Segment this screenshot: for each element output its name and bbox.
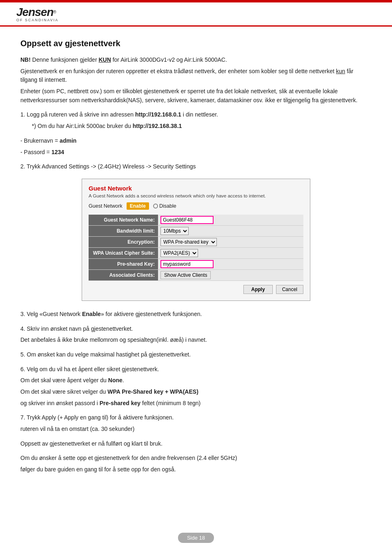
step1-section: 1. Logg på ruteren ved å skrive inn adre… [20,110,372,130]
done-section: Oppsett av gjestenettverket er nå fullfø… [20,439,372,448]
field-label-cipher: WPA Unicast Cipher Suite: [89,247,158,258]
guest-network-name-input[interactable] [160,216,214,224]
disable-label: Disable [159,203,176,209]
form-table: Guest Network Name: Bandwidth limit: 10M… [89,215,303,281]
field-value-name [158,215,303,226]
nb-label: NB! [20,56,31,63]
header: Jensen® OF SCANDINAVIA [0,2,392,27]
field-label-bandwidth: Bandwidth limit: [89,225,158,236]
step3-text: 3. Velg «Guest Network Enable» for aktiv… [20,310,372,319]
apply-button[interactable]: Apply [243,285,272,294]
table-row: Bandwidth limit: 10Mbps [89,225,303,236]
step4-line2: Det anbefales å ikke bruke mellomrom og … [20,336,372,345]
logo: Jensen® OF SCANDINAVIA [16,7,58,22]
field-value-cipher: WPA2(AES) [158,247,303,258]
guest-network-desc: A Guest Network adds a second wireless n… [89,193,303,198]
bandwidth-select[interactable]: 10Mbps [160,227,189,235]
field-label-psk: Pre-shared Key: [89,258,158,269]
cancel-button[interactable]: Cancel [276,285,303,294]
intro-section: NB! Denne funksjonen gjelder KUN for Air… [20,56,372,105]
step6-line1: 6. Velg om du vil ha et åpent eller sikr… [20,365,372,374]
step3-section: 3. Velg «Guest Network Enable» for aktiv… [20,310,372,319]
para2: Enheter (som PC, nettbrett osv.) som er … [20,87,372,105]
step1-text: 1. Logg på ruteren ved å skrive inn adre… [20,110,372,119]
step1-indent: *) Om du har Air:Link 5000ac bruker du h… [20,122,372,131]
step4-section: 4. Skriv inn ønsket navn på gjestenettve… [20,325,372,345]
field-value-clients: Show Active Clients [158,269,303,280]
disable-radio[interactable] [153,204,158,208]
guest-network-box: Guest Network A Guest Network adds a sec… [82,179,310,301]
logo-name: Jensen® [16,7,58,18]
show-active-clients-button[interactable]: Show Active Clients [160,271,211,279]
step7-line1: 7. Trykk Apply (+ Apply en gang til) for… [20,413,372,422]
enable-row: Guest Network Enable Disable [89,202,303,210]
step6-line3: Om det skal være sikret velger du WPA Pr… [20,388,372,397]
field-label-clients: Associated Clients: [89,269,158,280]
nb-paragraph: NB! Denne funksjonen gjelder KUN for Air… [20,56,372,65]
step4-line1: 4. Skriv inn ønsket navn på gjestenettve… [20,325,372,334]
page-title: Oppsett av gjestenettverk [20,39,372,48]
para1: Gjestenettverk er en funksjon der rutere… [20,67,372,85]
encryption-select[interactable]: WPA Pre-shared key [160,238,217,246]
note-line2: følger du bare guiden en gang til for å … [20,465,372,474]
step5-section: 5. Om ønsket kan du velge maksimal hasti… [20,350,372,359]
step6-section: 6. Velg om du vil ha et åpent eller sikr… [20,365,372,408]
step6-line2: Om det skal være åpent velger du None. [20,376,372,385]
logo-sub: OF SCANDINAVIA [16,18,58,22]
guest-network-title: Guest Network [89,185,303,192]
step7-section: 7. Trykk Apply (+ Apply en gang til) for… [20,413,372,433]
page-footer: Side 18 [178,533,214,543]
note-line1: Om du ønsker å sette opp et gjestenettve… [20,454,372,463]
step2-text: 2. Trykk Advanced Settings -> (2.4GHz) W… [20,162,372,171]
table-row: Associated Clients: Show Active Clients [89,269,303,280]
pre-shared-key-input[interactable] [160,260,214,268]
credential-line2: - Passord = 1234 [20,148,372,157]
table-row: Encryption: WPA Pre-shared key [89,236,303,247]
step5-text: 5. Om ønsket kan du velge maksimal hasti… [20,350,372,359]
field-label-encryption: Encryption: [89,236,158,247]
step2-section: 2. Trykk Advanced Settings -> (2.4GHz) W… [20,162,372,171]
field-value-encryption: WPA Pre-shared key [158,236,303,247]
done-text: Oppsett av gjestenettverket er nå fullfø… [20,439,372,448]
cipher-select[interactable]: WPA2(AES) [160,249,198,257]
main-content: Oppsett av gjestenettverk NB! Denne funk… [0,27,392,492]
field-label-name: Guest Network Name: [89,215,158,226]
credential-line1: - Brukernavn = admin [20,137,372,146]
page-number: Side 18 [187,535,205,541]
disable-option: Disable [153,203,176,209]
enable-button[interactable]: Enable [127,202,149,210]
table-row: Pre-shared Key: [89,258,303,269]
step6-line4: og skriver inn ønsket passord i Pre-shar… [20,399,372,408]
table-row: WPA Unicast Cipher Suite: WPA2(AES) [89,247,303,258]
credentials-section: - Brukernavn = admin - Passord = 1234 [20,137,372,157]
note-section: Om du ønsker å sette opp et gjestenettve… [20,454,372,474]
field-value-bandwidth: 10Mbps [158,225,303,236]
button-row: Apply Cancel [89,285,303,294]
guest-network-label: Guest Network [89,203,122,209]
table-row: Guest Network Name: [89,215,303,226]
field-value-psk [158,258,303,269]
step7-line2: ruteren vil nå ta en omstart (ca. 30 sek… [20,425,372,434]
